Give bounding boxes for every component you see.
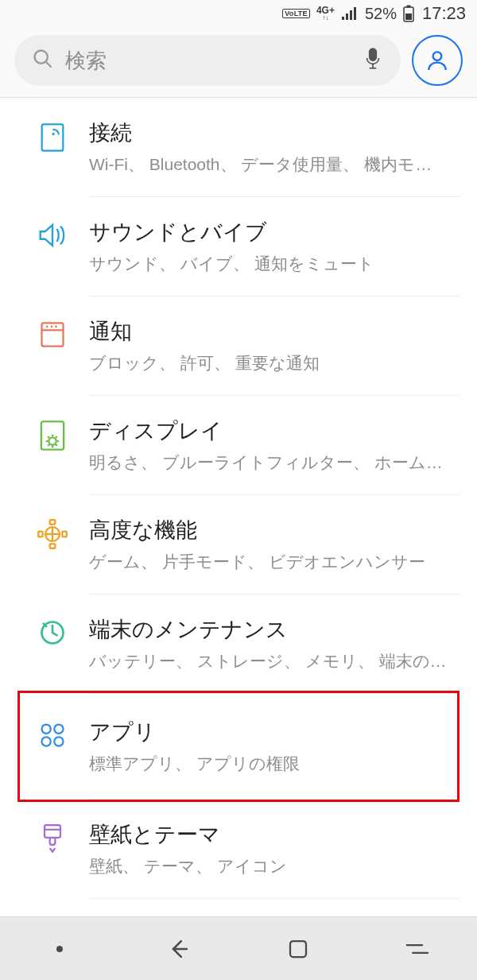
row-title: サウンドとバイブ: [89, 218, 461, 246]
row-subtitle: バッテリー、 ストレージ、 メモリ、 端末の保護: [89, 650, 461, 672]
row-title: 端末のメンテナンス: [89, 615, 461, 644]
search-icon: [32, 48, 54, 73]
network-icon: 4G+↑↓: [316, 6, 335, 21]
svg-rect-9: [42, 124, 64, 150]
svg-point-36: [42, 737, 51, 746]
row-notifications[interactable]: 通知 ブロック、 許可、 重要な通知: [0, 296, 477, 395]
svg-point-35: [54, 725, 63, 734]
svg-rect-31: [38, 532, 43, 537]
row-lockscreen-security[interactable]: ロック画面とセキュリティ Always On Display、 顔認証、 指紋認…: [0, 899, 477, 916]
mic-icon[interactable]: [363, 47, 383, 74]
display-icon: [38, 420, 67, 451]
svg-point-37: [54, 737, 63, 746]
svg-point-10: [52, 133, 54, 135]
volte-badge: VoLTE: [282, 9, 310, 18]
svg-rect-1: [406, 6, 410, 8]
svg-point-14: [51, 326, 53, 328]
clock: 17:23: [422, 3, 466, 24]
svg-line-24: [56, 436, 57, 438]
nav-bar: [0, 916, 477, 980]
wallpaper-icon: [39, 823, 66, 855]
nav-home-button[interactable]: [250, 925, 346, 973]
row-title: 通知: [89, 317, 461, 346]
nav-back-button[interactable]: [131, 925, 227, 973]
nav-recents-button[interactable]: [370, 925, 465, 973]
svg-line-4: [46, 62, 52, 68]
status-bar: VoLTE 4G+↑↓ 52% 17:23: [0, 0, 477, 27]
svg-point-13: [46, 326, 48, 328]
row-subtitle: サウンド、 バイブ、 通知をミュート: [89, 253, 461, 275]
row-title: 壁紙とテーマ: [89, 820, 461, 849]
row-display[interactable]: ディスプレイ 明るさ、 ブルーライトフィルター、 ホーム…: [0, 396, 477, 494]
maintenance-icon: [38, 618, 67, 647]
row-sound-vibration[interactable]: サウンドとバイブ サウンド、 バイブ、 通知をミュート: [0, 197, 477, 296]
svg-line-23: [56, 444, 57, 446]
svg-point-34: [42, 725, 51, 734]
settings-list[interactable]: 接続 Wi-Fi、 Bluetooth、 データ使用量、 機内モ… サウンドとバ…: [0, 98, 477, 916]
svg-rect-29: [50, 520, 56, 525]
row-title: ディスプレイ: [89, 416, 461, 445]
svg-rect-32: [62, 532, 67, 537]
svg-point-3: [35, 51, 48, 64]
row-subtitle: 壁紙、 テーマ、 アイコン: [89, 855, 461, 877]
svg-point-15: [55, 326, 57, 328]
signal-icon: [341, 6, 359, 21]
svg-rect-5: [370, 48, 377, 60]
row-subtitle: 明るさ、 ブルーライトフィルター、 ホーム…: [89, 451, 461, 474]
search-placeholder: 検索: [65, 47, 351, 75]
row-title: 高度な機能: [89, 516, 461, 544]
svg-rect-2: [405, 14, 412, 20]
svg-rect-38: [45, 825, 60, 838]
svg-point-8: [433, 52, 442, 60]
battery-percent: 52%: [365, 5, 397, 23]
profile-button[interactable]: [412, 35, 463, 86]
svg-rect-30: [50, 544, 56, 548]
apps-icon: [38, 721, 67, 750]
svg-point-17: [48, 437, 56, 444]
row-subtitle: Wi-Fi、 Bluetooth、 データ使用量、 機内モ…: [89, 153, 461, 176]
row-subtitle: ゲーム、 片手モード、 ビデオエンハンサー: [89, 551, 461, 573]
row-advanced-features[interactable]: 高度な機能 ゲーム、 片手モード、 ビデオエンハンサー: [0, 495, 477, 594]
search-row: 検索: [0, 27, 477, 98]
svg-line-25: [48, 444, 49, 446]
nav-dot: [12, 925, 107, 973]
sound-icon: [37, 221, 68, 250]
row-apps[interactable]: アプリ 標準アプリ、 アプリの権限: [0, 694, 477, 799]
row-connections[interactable]: 接続 Wi-Fi、 Bluetooth、 データ使用量、 機内モ…: [0, 98, 477, 196]
row-device-maintenance[interactable]: 端末のメンテナンス バッテリー、 ストレージ、 メモリ、 端末の保護: [0, 595, 477, 693]
row-title: アプリ: [89, 718, 461, 746]
row-wallpaper-themes[interactable]: 壁紙とテーマ 壁紙、 テーマ、 アイコン: [0, 800, 477, 898]
advanced-icon: [37, 519, 68, 549]
connections-icon: [38, 122, 67, 153]
row-subtitle: 標準アプリ、 アプリの権限: [89, 753, 461, 775]
svg-rect-43: [290, 941, 306, 957]
search-input[interactable]: 検索: [14, 35, 401, 86]
row-subtitle: ブロック、 許可、 重要な通知: [89, 352, 461, 374]
battery-icon: [403, 5, 414, 22]
svg-line-22: [48, 436, 49, 438]
row-title: 接続: [89, 118, 461, 147]
notifications-icon: [39, 320, 66, 349]
